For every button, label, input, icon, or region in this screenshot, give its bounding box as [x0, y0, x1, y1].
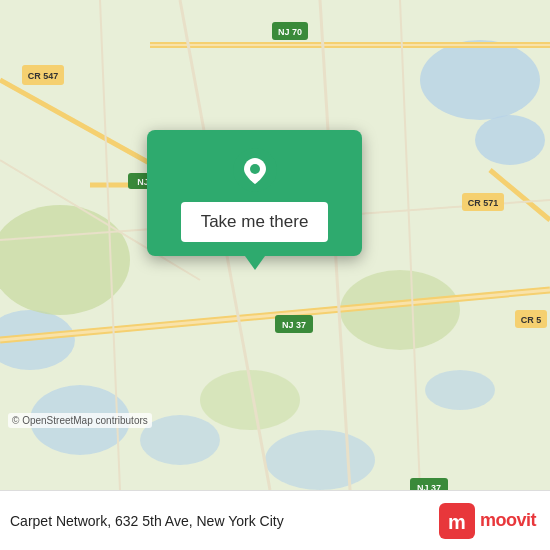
- bottom-bar: Carpet Network, 632 5th Ave, New York Ci…: [0, 490, 550, 550]
- svg-text:CR 5: CR 5: [521, 315, 542, 325]
- svg-text:m: m: [448, 511, 466, 533]
- moovit-logo: m moovit: [439, 503, 536, 539]
- moovit-brand-text: moovit: [480, 510, 536, 531]
- moovit-m-icon: m: [439, 503, 475, 539]
- svg-point-1: [420, 40, 540, 120]
- popup-card: Take me there: [147, 130, 362, 256]
- svg-text:NJ 37: NJ 37: [417, 483, 441, 490]
- take-me-there-button[interactable]: Take me there: [181, 202, 329, 242]
- svg-text:CR 547: CR 547: [28, 71, 59, 81]
- address-text: Carpet Network, 632 5th Ave, New York Ci…: [10, 513, 284, 529]
- svg-point-6: [265, 430, 375, 490]
- svg-point-2: [475, 115, 545, 165]
- svg-text:NJ 37: NJ 37: [282, 320, 306, 330]
- svg-text:NJ 70: NJ 70: [278, 27, 302, 37]
- svg-point-5: [140, 415, 220, 465]
- location-pin-icon: [233, 148, 277, 192]
- svg-point-7: [425, 370, 495, 410]
- map-container: CR 547 NJ 70 NJ NJ 37 NJ 37 CR 571 CR 5 …: [0, 0, 550, 490]
- svg-text:CR 571: CR 571: [468, 198, 499, 208]
- svg-point-39: [250, 164, 260, 174]
- osm-credit: © OpenStreetMap contributors: [8, 413, 152, 428]
